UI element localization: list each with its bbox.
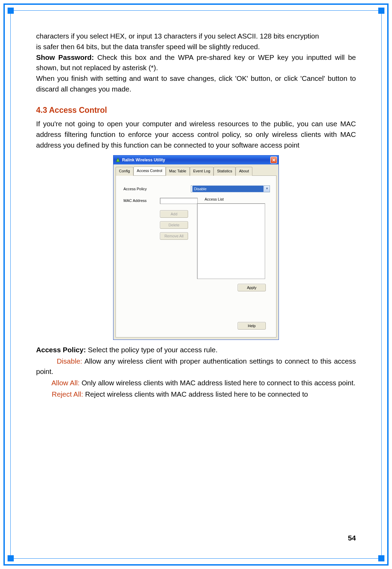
delete-button[interactable]: Delete — [160, 221, 188, 229]
paragraph: If you're not going to open your compute… — [36, 119, 356, 150]
reject-all-label: Reject All: — [52, 390, 83, 398]
allow-all-text: Only allow wireless clients with MAC add… — [79, 379, 355, 387]
show-password-label: Show Password: — [36, 53, 94, 61]
help-button[interactable]: Help — [238, 322, 266, 330]
policy-disable-line: Disable: Allow any wireless client with … — [36, 356, 356, 377]
paragraph: Access Policy: Select the policy type of… — [36, 345, 356, 355]
access-policy-desc-label: Access Policy: — [36, 346, 86, 354]
tab-access-control[interactable]: Access Control — [133, 167, 166, 175]
page-number: 54 — [348, 534, 356, 542]
page-content: characters if you select HEX, or input 1… — [36, 31, 356, 400]
paragraph: Show Password: Check this box and the WP… — [36, 52, 356, 74]
disable-label: Disable: — [57, 357, 82, 365]
reject-all-text: Reject wireless clients with MAC address… — [83, 390, 308, 398]
tab-config[interactable]: Config — [116, 167, 133, 176]
paragraph-text: Select the policy type of your access ru… — [86, 346, 218, 354]
disable-text: Allow any wireless client with proper au… — [36, 357, 356, 376]
dropdown-selected: Disable — [192, 185, 264, 193]
remove-all-button[interactable]: Remove All — [160, 232, 188, 240]
add-button[interactable]: Add — [160, 210, 188, 218]
apply-button[interactable]: Apply — [238, 284, 266, 291]
window-title: Ralink Wireless Utility — [122, 157, 165, 163]
chevron-down-icon[interactable]: ▼ — [264, 186, 270, 192]
mac-address-input[interactable] — [160, 198, 198, 204]
window-titlebar[interactable]: Ralink Wireless Utility ✕ — [113, 155, 279, 164]
tab-panel: Access Policy Disable ▼ MAC Address Add … — [116, 176, 276, 337]
access-policy-dropdown[interactable]: Disable ▼ — [191, 185, 270, 192]
tab-event-log[interactable]: Event Log — [190, 167, 214, 176]
access-list-box[interactable] — [197, 203, 265, 279]
ralink-utility-window: Ralink Wireless Utility ✕ Config Access … — [113, 155, 279, 340]
paragraph: When you finish with setting and want to… — [36, 73, 356, 95]
paragraph: characters if you select HEX, or input 1… — [36, 31, 356, 42]
tab-about[interactable]: About — [236, 167, 252, 176]
access-list-label: Access List — [205, 196, 224, 202]
mac-address-label: MAC Address — [123, 198, 156, 204]
svg-marker-0 — [116, 158, 120, 162]
tabs-container: Config Access Control Mac Table Event Lo… — [113, 164, 279, 340]
tab-statistics[interactable]: Statistics — [214, 167, 236, 176]
app-icon — [116, 158, 120, 162]
access-policy-label: Access Policy — [123, 186, 156, 192]
allow-all-label: Allow All: — [51, 379, 79, 387]
tab-mac-table[interactable]: Mac Table — [166, 167, 190, 176]
section-heading: 4.3 Access Control — [36, 104, 356, 116]
close-icon: ✕ — [272, 157, 276, 164]
policy-reject-line: Reject All: Reject wireless clients with… — [36, 389, 356, 400]
access-policy-row: Access Policy Disable ▼ — [123, 185, 270, 192]
close-button[interactable]: ✕ — [270, 157, 277, 163]
tab-strip: Config Access Control Mac Table Event Lo… — [116, 167, 276, 176]
policy-allow-line: Allow All: Only allow wireless clients w… — [36, 378, 356, 388]
paragraph: is safer then 64 bits, but the data tran… — [36, 42, 356, 52]
